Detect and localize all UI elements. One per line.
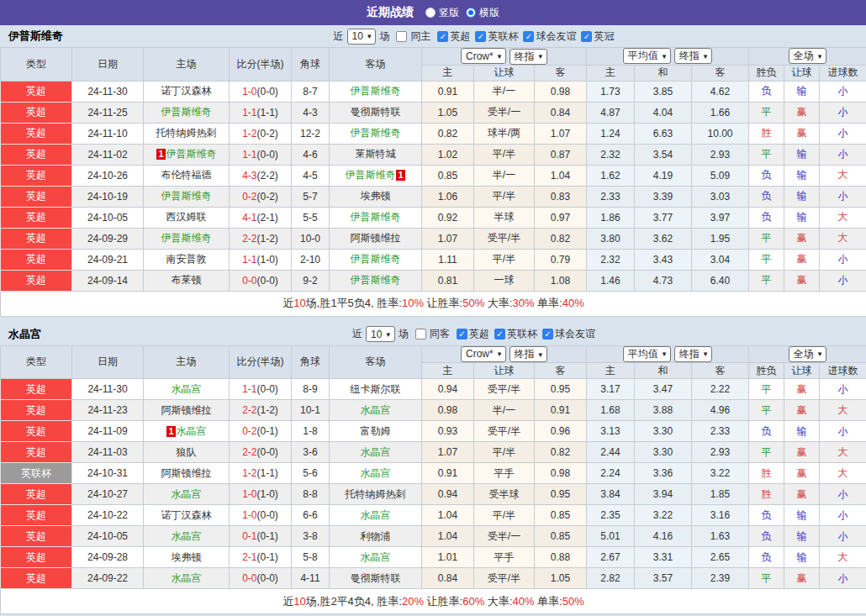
corner-cell: 4-11 (292, 568, 330, 589)
summary-segment: 让胜率: (424, 297, 462, 309)
dropdown-平均值[interactable]: 平均值▾ (623, 346, 672, 362)
team-label: 水晶宫 (172, 488, 202, 500)
team-label: 伊普斯维奇 (351, 85, 401, 97)
handicap-home-odds-cell: 1.04 (422, 526, 474, 547)
match-row: 英超24-09-29伊普斯维奇2-2(1-2)10-0阿斯顿维拉1.07受平/半… (1, 228, 866, 249)
handicap-line-cell: 平/半 (474, 442, 535, 463)
checkbox-unchecked-icon[interactable] (415, 329, 426, 340)
layout-radio-vertical[interactable]: 竖版 (425, 6, 459, 20)
date-cell: 24-10-27 (72, 484, 144, 505)
dropdown-10[interactable]: 10▾ (347, 29, 377, 45)
match-row: 英超24-10-27水晶宫1-0(1-0)8-8托特纳姆热刺0.94受半球0.9… (1, 484, 866, 505)
checkbox-checked-icon[interactable]: ✓ (437, 31, 448, 42)
full-time-score: 1-0 (242, 488, 256, 500)
team-cell-content: 伊普斯维奇 (351, 274, 401, 286)
date-cell: 24-10-22 (72, 505, 144, 526)
column-header: 胜负 (749, 65, 784, 81)
league-filter-label: 英超 (469, 327, 489, 341)
column-header: 胜负 (749, 363, 784, 379)
dropdown-全场[interactable]: 全场▾ (789, 48, 827, 64)
dropdown-平均值[interactable]: 平均值▾ (623, 48, 672, 64)
chevron-down-icon: ▾ (539, 350, 543, 359)
dropdown-label: 终指 (679, 49, 700, 63)
handicap-result-cell: 赢 (784, 379, 820, 400)
league-cell: 英超 (1, 526, 72, 547)
red-card-badge: 1 (156, 149, 165, 160)
dropdown-终指[interactable]: 终指▾ (510, 49, 548, 65)
team-label: 布莱顿 (172, 274, 202, 286)
column-header: 日期 (72, 345, 144, 379)
handicap-result-cell: 赢 (784, 568, 820, 589)
checkbox-unchecked-icon[interactable] (396, 31, 407, 42)
handicap-line-cell: 平/半 (474, 249, 535, 270)
score-cell: 4-3(2-2) (230, 165, 292, 186)
team-cell-content: 曼彻斯特联 (351, 106, 401, 118)
handicap-result-cell: 赢 (784, 102, 820, 123)
half-time-score: (0-0) (257, 509, 278, 521)
handicap-home-odds-cell: 0.98 (422, 400, 474, 421)
half-time-score: (0-0) (257, 383, 278, 395)
corner-cell: 5-5 (292, 207, 330, 228)
checkbox-checked-icon[interactable]: ✓ (475, 31, 486, 42)
match-row: 英超24-10-05水晶宫0-1(0-1)3-8利物浦1.04受半/一0.855… (1, 526, 866, 547)
radio-vertical-label: 竖版 (439, 6, 459, 20)
checkbox-checked-icon[interactable]: ✓ (581, 31, 592, 42)
dropdown-全场[interactable]: 全场▾ (789, 346, 827, 362)
team-label: 阿斯顿维拉 (161, 404, 212, 416)
radio-checked-icon[interactable] (466, 8, 476, 18)
team-cell-content: 托特纳姆热刺 (346, 488, 406, 500)
handicap-line-cell: 受平/半 (474, 379, 535, 400)
handicap-away-odds-cell: 0.85 (535, 505, 587, 526)
layout-radio-horizontal[interactable]: 横版 (466, 6, 499, 20)
checkbox-checked-icon[interactable]: ✓ (494, 329, 505, 340)
avg-away-odds-cell: 1.95 (692, 228, 749, 249)
dropdown-终指[interactable]: 终指▾ (510, 346, 548, 362)
radio-unchecked-icon[interactable] (425, 8, 436, 18)
team-cell-content: 利物浦 (361, 530, 391, 542)
dropdown-Crow*[interactable]: Crow*▾ (461, 346, 506, 362)
result-label: 赢 (797, 253, 807, 265)
avg-home-odds-cell: 1.73 (587, 81, 635, 102)
checkbox-checked-icon[interactable]: ✓ (523, 31, 534, 42)
column-header: 让球 (784, 363, 820, 379)
corner-cell: 8-9 (292, 379, 330, 400)
dropdown-10[interactable]: 10▾ (366, 326, 395, 342)
handicap-home-odds-cell: 1.04 (422, 505, 474, 526)
full-time-score: 1-1 (242, 107, 256, 118)
away-team-cell: 水晶宫 (330, 547, 422, 568)
result-label: 输 (797, 551, 807, 563)
dropdown-Crow*[interactable]: Crow*▾ (461, 48, 506, 64)
dropdown-终指[interactable]: 终指▾ (674, 346, 713, 362)
team-label: 曼彻斯特联 (351, 106, 401, 118)
team-cell-content: 伊普斯维奇 (351, 253, 401, 265)
away-team-cell: 水晶宫 (330, 463, 422, 484)
handicap-home-odds-cell: 1.11 (422, 249, 474, 270)
team-cell-content: 埃弗顿 (361, 190, 391, 202)
goals-result-cell: 大 (820, 400, 866, 421)
team-cell-content: 阿斯顿维拉 (161, 467, 212, 479)
match-row: 英超24-09-28埃弗顿2-1(0-1)5-8水晶宫1.01平手0.882.6… (1, 547, 866, 568)
dropdown-label: Crow* (466, 50, 494, 62)
column-header: 主 (422, 363, 474, 379)
half-time-score: (0-0) (257, 149, 278, 161)
wdl-result-cell: 平 (749, 270, 784, 291)
dropdown-终指[interactable]: 终指▾ (674, 48, 713, 64)
corner-cell: 9-2 (292, 270, 330, 291)
title-bar: 近期战绩 竖版 横版 (0, 0, 866, 25)
handicap-line-cell: 半/一 (474, 400, 535, 421)
avg-home-odds-cell: 5.01 (587, 526, 635, 547)
goals-result-cell: 大 (820, 165, 866, 186)
team-label: 水晶宫 (361, 551, 391, 563)
checkbox-checked-icon[interactable]: ✓ (457, 329, 467, 340)
wdl-result-cell: 平 (749, 249, 784, 270)
summary-segment: 30% (512, 297, 534, 309)
wdl-result-cell: 负 (749, 165, 784, 186)
half-time-score: (0-2) (257, 128, 278, 140)
odds-group-header: 平均值▾ 终指▾ (587, 48, 749, 66)
handicap-line-cell: 受半球 (474, 484, 535, 505)
summary-segment: 单率: (534, 595, 562, 608)
checkbox-checked-icon[interactable]: ✓ (542, 329, 553, 340)
team-cell-content: 水晶宫 (361, 551, 391, 563)
match-row: 英超24-11-03狼队2-2(0-0)3-6水晶宫1.07平/半0.822.4… (1, 442, 866, 463)
avg-draw-odds-cell: 3.22 (635, 505, 692, 526)
